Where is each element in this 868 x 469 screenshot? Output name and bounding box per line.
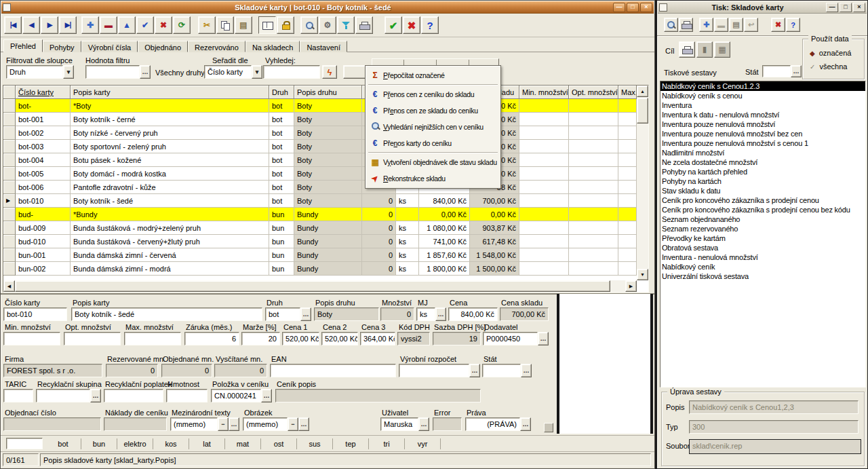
column-header-4[interactable]: Popis druhu — [294, 86, 362, 99]
tab-objedn-no[interactable]: Objednáno — [138, 41, 188, 52]
main-titlebar[interactable]: Skladové karty | bot-010 - Boty kotník -… — [1, 1, 654, 14]
settings-button[interactable]: ⚙ — [319, 16, 336, 34]
minimize-button[interactable]: — — [613, 3, 625, 12]
cell-opt[interactable] — [569, 181, 618, 194]
cell-marker[interactable] — [3, 167, 16, 181]
edit-record-button[interactable]: ▲ — [118, 16, 136, 34]
search-go-button[interactable]: ϟ — [322, 65, 337, 79]
cell-desc[interactable]: Boty nízké - červený pruh — [71, 126, 269, 140]
field-cena_skladu[interactable]: 700,00 Kč — [500, 307, 549, 321]
cell-marker[interactable] — [3, 262, 16, 276]
letter-tab-elektro[interactable]: elektro — [117, 438, 153, 449]
cell-opt[interactable] — [569, 208, 618, 221]
cell-id[interactable]: bud-009 — [16, 221, 71, 235]
cell-pd[interactable]: Boty — [294, 181, 362, 194]
first-record-button[interactable]: |◀ — [4, 16, 22, 34]
field-mnozstvi[interactable]: 0 — [380, 307, 414, 321]
horizontal-scroll-thumb[interactable] — [15, 280, 610, 292]
field-value-vyrobni_rozpocet[interactable] — [399, 364, 469, 377]
cell-desc[interactable]: Pantofle zdravotní - kůže — [71, 181, 269, 194]
cell-max[interactable] — [618, 153, 637, 167]
cell-max[interactable] — [618, 194, 637, 208]
field-mj[interactable]: ks… — [416, 307, 446, 321]
cell-marker[interactable] — [3, 221, 16, 235]
menu-item-recalculate-marked[interactable]: ΣPřepočítat označené — [367, 67, 499, 83]
field-min_mnozstvi[interactable] — [3, 332, 60, 345]
cell-min[interactable] — [519, 262, 569, 276]
cell-cs[interactable]: 1 500,00 Kč — [470, 262, 519, 276]
cell-max[interactable] — [618, 208, 637, 221]
target-printer-button[interactable] — [679, 41, 695, 58]
cell-cs[interactable]: 0,00 Kč — [470, 208, 519, 221]
field-stat[interactable]: … — [482, 364, 532, 377]
cell-id[interactable]: bot-006 — [16, 181, 71, 194]
remove-report-button[interactable]: ▬ — [714, 18, 728, 32]
column-header-3[interactable]: Druh — [269, 86, 294, 99]
field-value-opt_mnozstvi[interactable] — [64, 332, 121, 345]
table-row[interactable]: bot-002Boty nízké - červený pruhbotBoty0… — [3, 126, 637, 140]
table-row[interactable]: bud-009Bunda šustáková - modrý+zelený pr… — [3, 221, 637, 235]
print-button[interactable] — [355, 16, 373, 34]
tab-na-skladech[interactable]: Na skladech — [245, 41, 300, 52]
cell-pd[interactable]: Boty — [294, 140, 362, 153]
cell-min[interactable] — [519, 153, 569, 167]
menu-item-card-to-pricelist[interactable]: €Přenos karty do ceníku — [367, 135, 499, 151]
cell-marker[interactable] — [3, 99, 16, 113]
delete-record-button[interactable]: ▬ — [100, 16, 117, 34]
field-cena1[interactable]: 520,00 Kč — [282, 332, 319, 345]
add-report-button[interactable]: ✚ — [699, 18, 713, 32]
partially-hidden-button[interactable] — [343, 65, 368, 79]
field-recykl_poplatek[interactable] — [104, 389, 163, 402]
cell-max[interactable] — [618, 167, 637, 181]
cell-desc[interactable]: Boty kotník - šedé — [71, 194, 269, 208]
report-item[interactable]: Inventura k datu - nenulová množství — [660, 110, 865, 119]
field-value-druh[interactable]: bot — [265, 307, 300, 321]
cell-pd[interactable]: Boty — [294, 194, 362, 208]
field-value-cena2[interactable]: 520,00 Kč — [321, 332, 358, 345]
cell-mn[interactable]: 0 — [362, 221, 396, 235]
field-max_mnozstvi[interactable] — [124, 332, 181, 345]
cell-opt[interactable] — [569, 262, 618, 276]
table-row[interactable]: bun-002Bunda dámská zimní - modrábunBund… — [3, 262, 637, 276]
print-preview-button[interactable] — [664, 18, 678, 32]
menu-item-prices-pricelist-to-stock[interactable]: €Přenos cen z ceníku do skladu — [367, 86, 499, 102]
cell-desc[interactable]: *Bundy — [71, 208, 269, 221]
table-row[interactable]: bot-005Boty domácí - modrá kostkabotBoty… — [3, 167, 637, 181]
dots-button-icon[interactable]: … — [261, 389, 272, 402]
copy-button[interactable] — [216, 16, 234, 34]
cell-pd[interactable]: Boty — [294, 126, 362, 140]
field-dodavatel[interactable]: P0000450… — [483, 332, 549, 345]
cell-id[interactable]: bot-010 — [16, 194, 71, 208]
search-input[interactable] — [263, 65, 320, 79]
menu-item-rebuild-stock[interactable]: ➤Rekonstrukce skladu — [367, 170, 499, 187]
field-error[interactable] — [433, 417, 462, 431]
field-cenik_popis[interactable] — [275, 389, 481, 402]
cell-druh[interactable]: bot — [269, 194, 294, 208]
cell-marker[interactable] — [3, 153, 16, 167]
cell-desc[interactable]: *Boty — [71, 99, 269, 113]
cell-pd[interactable]: Bundy — [294, 208, 362, 221]
cell-max[interactable] — [618, 99, 637, 113]
field-cena3[interactable]: 364,00 Kč — [360, 332, 395, 345]
minus-button-icon[interactable]: − — [218, 417, 229, 431]
report-item[interactable]: Stav skladu k datu — [660, 186, 865, 195]
horizontal-scrollbar[interactable]: ◀ ▶ — [3, 280, 637, 292]
apply-ok-button[interactable]: ✔ — [384, 16, 402, 34]
letter-tab-lat[interactable]: lat — [189, 438, 225, 449]
dots-button-icon[interactable]: … — [538, 332, 549, 345]
splitter-grip[interactable] — [544, 423, 553, 432]
field-obrazek[interactable]: (mmemo)−… — [243, 417, 309, 431]
cell-cena[interactable]: 840,00 Kč — [419, 194, 470, 208]
cell-min[interactable] — [519, 126, 569, 140]
field-value-ean[interactable] — [270, 364, 396, 377]
cell-min[interactable] — [519, 140, 569, 153]
table-row[interactable]: bot-004Botu pásek - koženébotBoty00 Kč — [3, 153, 637, 167]
cell-id[interactable]: bot-004 — [16, 153, 71, 167]
field-cena[interactable]: 840,00 Kč — [448, 307, 498, 321]
vertical-scroll-thumb[interactable] — [637, 98, 648, 124]
dots-button-icon[interactable]: … — [300, 307, 311, 321]
cell-desc[interactable]: Botu pásek - kožené — [71, 153, 269, 167]
radio-use-all[interactable]: ✓všechna — [810, 62, 847, 71]
cell-pd[interactable]: Bundy — [294, 221, 362, 235]
filter-value-text[interactable] — [85, 65, 140, 79]
